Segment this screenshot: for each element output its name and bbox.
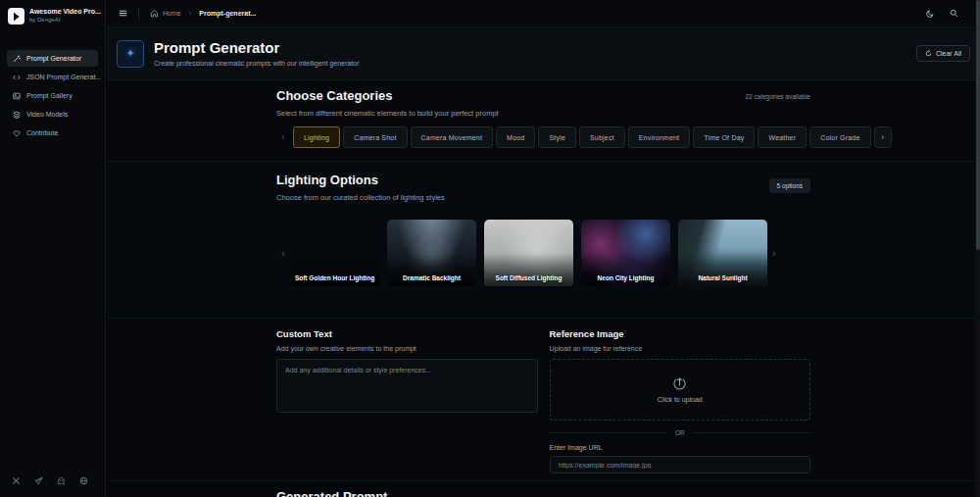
- telegram-icon[interactable]: [34, 476, 43, 485]
- category-chip-camera-shot[interactable]: Camera Shot: [343, 126, 407, 148]
- lighting-options-section: Lighting Options 5 options Choose from o…: [107, 162, 980, 319]
- chips-scroll-left-button[interactable]: ‹: [276, 126, 290, 148]
- page-icon-box: ✦: [117, 40, 144, 68]
- options-subtitle: Choose from our curated collection of li…: [276, 193, 810, 202]
- main-area: Home › Prompt-generat... ✦ Prompt Genera…: [107, 0, 980, 497]
- sidebar-nav: Prompt Generator JSON Prompt Generat... …: [0, 50, 105, 141]
- category-chip-time-of-day[interactable]: Time Of Day: [693, 126, 755, 148]
- breadcrumb-current: Prompt-generat...: [199, 10, 256, 17]
- app-window: Awesome Video Pro... by DengeAI Prompt G…: [0, 0, 980, 497]
- option-card-soft-golden-hour[interactable]: Soft Golden Hour Lighting: [290, 220, 379, 286]
- scrollbar-thumb[interactable]: [976, 0, 980, 250]
- card-label: Soft Golden Hour Lighting: [290, 274, 379, 281]
- sidebar-social-links: [12, 476, 88, 485]
- options-title: Lighting Options: [276, 173, 810, 187]
- wand-icon: [13, 55, 21, 63]
- topbar-actions: [926, 9, 968, 18]
- reference-image-subtitle: Upload an image for reference: [550, 345, 811, 352]
- app-logo-row[interactable]: Awesome Video Pro... by DengeAI: [0, 0, 105, 30]
- play-icon: [12, 12, 22, 22]
- custom-text-title: Custom Text: [276, 328, 538, 339]
- categories-title: Choose Categories: [276, 88, 810, 103]
- code-icon: [13, 74, 21, 81]
- page-scrollbar[interactable]: [975, 0, 980, 497]
- breadcrumb-home[interactable]: Home: [150, 9, 181, 18]
- upload-label: Click to upload: [658, 396, 703, 403]
- divider-line: [550, 432, 667, 433]
- sparkles-icon: ✦: [125, 47, 134, 60]
- options-carousel: ‹ Soft Golden Hour Lighting Dramatic Bac…: [276, 220, 810, 286]
- image-url-input[interactable]: [550, 456, 811, 473]
- gallery-icon: [13, 92, 21, 100]
- search-icon[interactable]: [950, 9, 958, 18]
- breadcrumb-home-label: Home: [163, 10, 181, 17]
- topbar: Home › Prompt-generat...: [107, 0, 980, 27]
- sidebar-item-video-models[interactable]: Video Models: [7, 106, 98, 123]
- categories-subtitle: Select from different cinematic elements…: [276, 109, 810, 118]
- category-chip-color-grade[interactable]: Color Grade: [809, 126, 870, 148]
- category-chip-environment[interactable]: Environment: [628, 126, 691, 148]
- category-chip-subject[interactable]: Subject: [579, 126, 625, 148]
- sidebar-item-label: Contribute: [26, 129, 58, 136]
- category-chip-row: ‹ Lighting Camera Shot Camera Movement M…: [276, 126, 810, 148]
- page-header: ✦ Prompt Generator Create professional c…: [107, 27, 980, 80]
- sidebar-item-label: JSON Prompt Generat...: [26, 74, 101, 80]
- category-chip-weather[interactable]: Weather: [758, 126, 807, 148]
- reference-image-column: Reference Image Upload an image for refe…: [550, 328, 811, 473]
- image-url-label: Enter Image URL: [550, 444, 811, 451]
- or-divider: OR: [550, 429, 811, 436]
- generated-prompt-title: Generated Prompt: [276, 489, 810, 497]
- home-icon: [150, 9, 159, 18]
- categories-available-count: 22 categories available: [746, 93, 811, 100]
- sidebar-item-label: Prompt Gallery: [26, 92, 73, 99]
- x-icon[interactable]: [12, 476, 21, 485]
- clear-all-label: Clear All: [936, 50, 961, 57]
- card-label: Dramatic Backlight: [387, 274, 476, 281]
- category-chip-lighting[interactable]: Lighting: [293, 126, 340, 148]
- option-card-neon-city[interactable]: Neon City Lighting: [581, 220, 670, 286]
- category-chip-style[interactable]: Style: [538, 126, 576, 148]
- page-title: Prompt Generator: [154, 40, 359, 57]
- category-chip-mood[interactable]: Mood: [496, 126, 535, 148]
- option-cards: Soft Golden Hour Lighting Dramatic Backl…: [290, 220, 767, 286]
- chips-scroll-right-button[interactable]: ›: [874, 126, 892, 148]
- breadcrumb-separator: ›: [189, 9, 192, 18]
- card-label: Natural Sunlight: [678, 274, 767, 281]
- custom-text-column: Custom Text Add your own creative elemen…: [276, 328, 538, 473]
- sidebar-item-label: Prompt Generator: [26, 55, 81, 62]
- sidebar-item-prompt-generator[interactable]: Prompt Generator: [7, 50, 98, 67]
- page-subtitle: Create professional cinematic prompts wi…: [154, 60, 359, 67]
- option-card-dramatic-backlight[interactable]: Dramatic Backlight: [387, 220, 476, 286]
- upload-icon: [672, 376, 687, 391]
- layers-icon: [13, 111, 21, 119]
- refresh-icon: [925, 50, 932, 57]
- options-count-badge: 5 options: [769, 178, 810, 193]
- inputs-section: Custom Text Add your own creative elemen…: [107, 319, 980, 481]
- category-chip-camera-movement[interactable]: Camera Movement: [411, 126, 494, 148]
- option-card-natural-sunlight[interactable]: Natural Sunlight: [678, 220, 767, 286]
- ghost-icon[interactable]: [57, 476, 66, 485]
- custom-text-input[interactable]: [276, 359, 538, 413]
- sidebar-item-contribute[interactable]: Contribute: [7, 124, 98, 141]
- moon-icon[interactable]: [926, 9, 935, 18]
- app-title: Awesome Video Pro...: [29, 8, 101, 17]
- topbar-divider: [138, 8, 139, 20]
- sidebar-item-prompt-gallery[interactable]: Prompt Gallery: [7, 87, 98, 104]
- or-label: OR: [675, 429, 685, 436]
- carousel-left-button[interactable]: ‹: [276, 248, 290, 259]
- reference-image-title: Reference Image: [550, 328, 811, 339]
- clear-all-button[interactable]: Clear All: [916, 45, 970, 62]
- card-label: Neon City Lighting: [581, 274, 670, 281]
- sidebar-item-json-prompt-generator[interactable]: JSON Prompt Generat...: [7, 69, 98, 85]
- heart-icon: [13, 129, 21, 137]
- menu-icon[interactable]: [119, 9, 127, 18]
- choose-categories-section: Choose Categories 22 categories availabl…: [107, 80, 980, 162]
- carousel-right-button[interactable]: ›: [767, 248, 781, 259]
- sidebar-item-label: Video Models: [26, 111, 68, 118]
- app-byline: by DengeAI: [29, 17, 101, 25]
- upload-dropzone[interactable]: Click to upload: [550, 359, 811, 421]
- custom-text-subtitle: Add your own creative elements to the pr…: [276, 345, 538, 352]
- globe-icon[interactable]: [79, 476, 88, 485]
- app-logo-icon: [8, 8, 24, 25]
- option-card-soft-diffused[interactable]: Soft Diffused Lighting: [484, 220, 573, 286]
